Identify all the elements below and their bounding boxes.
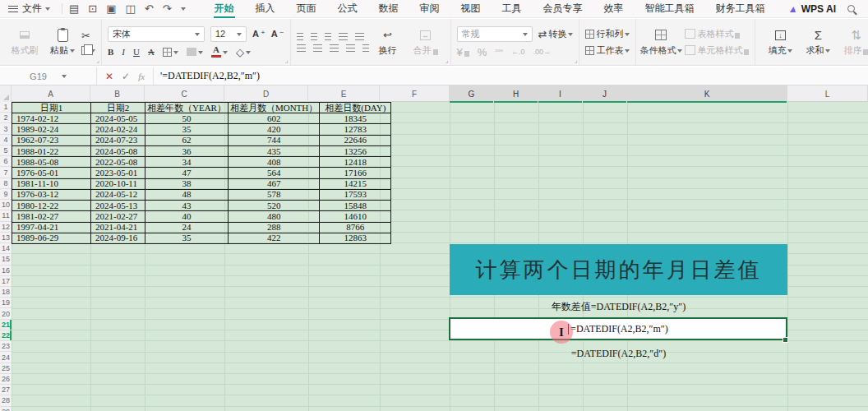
row-header-13[interactable]: 13 [0,233,12,243]
data-cell[interactable]: 8766 [320,222,391,233]
copy-button[interactable] [81,46,95,55]
row-header-27[interactable]: 27 [0,385,12,395]
data-cell[interactable]: 2024-05-12 [91,189,145,200]
data-cell[interactable]: 1981-02-27 [12,211,91,222]
sort-button[interactable]: ⇅ 排序 [837,28,868,57]
percent-button[interactable]: % [478,46,487,58]
header-cell[interactable]: 日期1 [12,103,91,113]
justify-icon[interactable] [346,44,355,52]
format-painter-button[interactable]: 格式刷 [6,28,44,57]
group-expander-icon[interactable]: ⌟ [96,57,99,64]
row-header-4[interactable]: 4 [0,135,12,145]
data-cell[interactable]: 1988-05-08 [12,157,91,168]
row-header-12[interactable]: 12 [0,222,12,233]
menu-tab-财务工具箱[interactable]: 财务工具箱 [705,0,776,18]
decrease-font-button[interactable]: A⁻ [271,29,284,39]
data-cell[interactable]: 467 [228,178,319,189]
increase-font-button[interactable]: A⁺ [252,29,265,39]
row-header-11[interactable]: 11 [0,210,12,221]
font-color-button[interactable] [211,47,228,57]
row-header-15[interactable]: 15 [0,254,12,265]
row-header-7[interactable]: 7 [0,167,12,178]
data-cell[interactable]: 288 [228,222,319,233]
data-cell[interactable]: 520 [228,201,319,211]
data-cell[interactable]: 35 [145,124,229,135]
strikethrough-button[interactable]: A [148,47,155,57]
data-cell[interactable]: 18345 [320,113,391,124]
data-cell[interactable]: 2024-05-08 [91,145,145,156]
row-header-24[interactable]: 24 [0,352,12,363]
menu-tab-插入[interactable]: 插入 [245,0,286,18]
data-cell[interactable]: 47 [145,168,229,178]
column-header-K[interactable]: K [627,85,787,102]
decrease-indent-icon[interactable] [339,33,348,40]
data-cell[interactable]: 1974-02-12 [12,113,91,124]
distribute-icon[interactable] [362,44,369,52]
row-header-9[interactable]: 9 [0,189,12,200]
row-header-23[interactable]: 23 [0,341,12,352]
data-cell[interactable]: 1962-07-23 [12,135,91,145]
data-cell[interactable]: 24 [145,222,229,233]
cell-style-button[interactable]: 单元格样式 [685,44,749,57]
data-cell[interactable]: 15848 [320,201,391,211]
row-header-26[interactable]: 26 [0,374,12,385]
data-cell[interactable]: 22646 [320,135,391,145]
data-cell[interactable]: 422 [228,233,319,243]
data-cell[interactable]: 1976-05-01 [12,168,91,178]
conditional-format-button[interactable]: 条件格式 [642,28,680,57]
preview-icon[interactable]: ◫ [126,2,136,15]
column-header-H[interactable]: H [494,85,538,102]
cut-button[interactable]: ✂ [81,30,95,42]
name-box[interactable]: G19 [0,67,97,85]
data-cell[interactable]: 1988-01-22 [12,145,91,156]
align-middle-icon[interactable] [311,33,317,40]
menu-tab-视图[interactable]: 视图 [450,0,492,18]
fill-color-button[interactable] [187,48,203,57]
column-header-I[interactable]: I [538,85,583,102]
wrap-text-button[interactable]: ↩ 换行 [369,28,407,57]
data-cell[interactable]: 35 [145,233,229,243]
group-expander-icon[interactable]: ⌟ [446,57,449,64]
data-cell[interactable]: 50 [145,113,229,124]
worksheet-button[interactable]: 工作表 [585,44,630,57]
row-header-1[interactable]: 1 [0,102,12,113]
align-right-icon[interactable] [330,44,339,52]
data-cell[interactable]: 12418 [320,157,391,168]
data-cell[interactable]: 435 [228,145,319,156]
data-cell[interactable]: 12863 [320,233,391,243]
column-header-F[interactable]: F [380,85,450,102]
row-header-3[interactable]: 3 [0,123,12,134]
data-cell[interactable]: 36 [145,145,229,156]
underline-button[interactable]: U [133,47,140,57]
row-header-18[interactable]: 18 [0,287,12,298]
hamburger-menu-icon[interactable] [8,6,18,12]
confirm-formula-icon[interactable]: ✓ [122,71,130,82]
search-icon[interactable] [847,5,855,12]
data-cell[interactable]: 408 [228,157,319,168]
menu-tab-数据[interactable]: 数据 [368,0,409,18]
row-header-8[interactable]: 8 [0,178,12,189]
header-cell[interactable]: 相差月数（MONTH） [228,103,319,113]
active-cell-edit-box[interactable]: =DATEDIF(A2,B2,″m″) [449,317,787,340]
data-cell[interactable]: 62 [145,135,229,145]
menu-tab-开始[interactable]: 开始 [204,0,245,18]
data-cell[interactable]: 744 [228,135,319,145]
currency-button[interactable]: ¥ [457,46,469,58]
date-diff-table[interactable]: 日期1日期2相差年数（YEAR）相差月数（MONTH）相差日数(DAY)1974… [12,102,391,244]
column-header-J[interactable]: J [583,85,627,102]
column-header-D[interactable]: D [224,85,308,102]
insert-function-icon[interactable]: fx [138,72,145,81]
number-format-select[interactable]: 常规 [457,26,533,42]
data-cell[interactable]: 1989-06-29 [12,233,91,243]
data-cell[interactable]: 12783 [320,124,391,135]
column-header-A[interactable]: A [12,85,90,102]
row-header-16[interactable]: 16 [0,266,12,276]
column-header-E[interactable]: E [308,85,380,102]
data-cell[interactable]: 43 [145,201,229,211]
data-cell[interactable]: 14215 [320,178,391,189]
menu-tab-智能工具箱[interactable]: 智能工具箱 [635,0,705,18]
align-bottom-icon[interactable] [325,33,331,40]
redo-icon[interactable]: ↷ [163,2,172,15]
cancel-formula-icon[interactable]: ✕ [105,71,113,82]
data-cell[interactable]: 564 [228,168,319,178]
